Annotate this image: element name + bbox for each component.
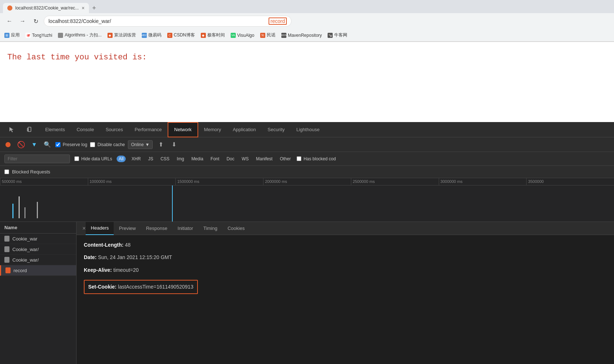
clear-icon: 🚫 [17,141,25,149]
has-blocked-checkbox[interactable]: Has blocked cod [297,156,336,161]
refresh-button[interactable]: ↻ [31,16,41,26]
bookmark-training[interactable]: ◆ 算法训练营 [107,32,136,38]
online-select[interactable]: Online ▼ [128,140,153,149]
download-button[interactable]: ⬇ [169,140,179,150]
file-name-4: record [13,268,27,273]
filter-button[interactable]: ▼ [29,140,39,150]
record-button[interactable] [3,140,13,150]
new-tab-button[interactable]: + [89,3,99,13]
timeline-bar-1 [12,204,13,218]
filter-doc[interactable]: Doc [225,156,236,162]
blocked-requests-bar: Blocked Requests [0,166,614,178]
forward-button[interactable]: → [17,16,28,26]
tab-lighthouse-label: Lighthouse [296,127,320,132]
preserve-log-checkbox[interactable]: Preserve log [55,142,87,147]
bookmark-csdn[interactable]: C CSDN博客 [167,32,195,38]
back-button[interactable]: ← [4,16,15,26]
tab-security[interactable]: Security [262,122,290,137]
preserve-log-label: Preserve log [63,142,87,147]
devtools-tab-bar: Elements Console Sources Performance Net… [0,122,614,137]
preserve-log-input[interactable] [55,142,60,147]
clear-button[interactable]: 🚫 [16,140,26,150]
tab-title: localhost:8322/Cookie_war/rec... [15,5,79,11]
file-name-3: Cookie_war/ [12,257,39,263]
file-item-cookie-war-slash-2[interactable]: Cookie_war/ [0,255,76,265]
blocked-requests-checkbox[interactable] [4,169,9,174]
devtools-toolbar: 🚫 ▼ 🔍 Preserve log Disable cache Online … [0,137,614,152]
file-item-record[interactable]: record [0,265,76,276]
bookmark-maven[interactable]: MVN MavenRepository [281,33,322,38]
upload-button[interactable]: ⬆ [156,140,166,150]
detail-tab-preview[interactable]: Preview [114,222,141,235]
bookmark-mec-label: 微易码 [148,32,161,38]
tab-network[interactable]: Network [168,122,198,137]
filter-css[interactable]: CSS [159,156,171,162]
url-highlight: record [269,17,287,25]
bookmark-tongyuzhi-label: TongYuzhi [32,33,52,38]
disable-cache-input[interactable] [90,142,95,147]
detail-tab-response[interactable]: Response [141,222,173,235]
maven-icon: MVN [281,33,286,38]
devtools-panel: Elements Console Sources Performance Net… [0,122,614,364]
page-text: The last time you visited is: [7,53,147,62]
devtools-cursor-tool[interactable] [3,122,21,137]
tab-sources[interactable]: Sources [100,122,129,137]
detail-tab-initiator[interactable]: Initiator [172,222,198,235]
filter-xhr[interactable]: XHR [130,156,142,162]
bookmark-mec[interactable]: MEC 微易码 [142,32,161,38]
timeline-label-2m: 2000000 ms [263,178,351,185]
page-content: The last time you visited is: [0,42,614,122]
tab-memory[interactable]: Memory [198,122,227,137]
bookmark-apps[interactable]: ⊞ 应用 [4,32,20,38]
tab-close-button[interactable]: × [82,5,85,11]
filter-all-button[interactable]: All [117,156,126,162]
bookmark-geek-label: 极客时间 [207,32,225,38]
filter-img[interactable]: Img [175,156,185,162]
hide-data-urls-checkbox[interactable]: Hide data URLs [74,156,112,161]
bookmark-tongyuzhi[interactable]: 🐙 TongYuzhi [26,33,52,38]
tab-performance[interactable]: Performance [129,122,168,137]
tab-elements[interactable]: Elements [39,122,71,137]
filter-font[interactable]: Font [209,156,221,162]
disable-cache-checkbox[interactable]: Disable cache [90,142,125,147]
has-blocked-input[interactable] [297,156,301,161]
bookmark-geek[interactable]: ◆ 极客时间 [201,32,225,38]
timeline-bar-2 [19,196,20,218]
active-tab[interactable]: localhost:8322/Cookie_war/rec... × [3,3,89,13]
bookmark-visalgo-label: VisuAlgo [237,33,254,38]
filter-input[interactable] [4,154,70,163]
bookmark-folk[interactable]: 知 民谣 [260,32,275,38]
detail-tabs: × Headers Preview Response Initiator Tim… [77,222,614,235]
file-item-cookie-war[interactable]: Cookie_war [0,234,76,244]
devtools-device-tool[interactable] [21,122,39,137]
tab-application[interactable]: Application [227,122,262,137]
filter-ws[interactable]: WS [240,156,250,162]
close-detail-button[interactable]: × [82,225,86,232]
detail-tab-timing[interactable]: Timing [198,222,223,235]
date-value: Sun, 24 Jan 2021 12:15:20 GMT [98,254,172,260]
filter-manifest[interactable]: Manifest [255,156,274,162]
address-bar-row: ← → ↻ localhost:8322/Cookie_war/record [0,13,614,29]
filter-js[interactable]: JS [146,156,155,162]
filter-other[interactable]: Other [278,156,292,162]
tab-sources-label: Sources [106,127,123,132]
tab-lighthouse[interactable]: Lighthouse [290,122,325,137]
hide-data-urls-input[interactable] [74,156,79,161]
bookmark-nowcoder[interactable]: 🐄 牛客网 [328,32,347,38]
detail-tab-cookies[interactable]: Cookies [222,222,250,235]
timeline-label-2500k: 2500000 ms [351,178,439,185]
search-button[interactable]: 🔍 [42,140,52,150]
tab-network-label: Network [174,127,192,132]
detail-tab-cookies-label: Cookies [227,226,245,231]
address-bar[interactable]: localhost:8322/Cookie_war/record [44,16,292,27]
bookmark-csdn-label: CSDN博客 [174,32,195,38]
timeline-cursor-line [172,185,173,222]
detail-tab-headers[interactable]: Headers [86,222,114,235]
tab-console[interactable]: Console [71,122,100,137]
timeline-area: 500000 ms 1000000 ms 1500000 ms 2000000 … [0,178,614,222]
bookmark-algorithms-label: Algorithms - 力扣... [64,32,101,38]
bookmark-visalgo[interactable]: VA VisuAlgo [231,33,254,38]
filter-media[interactable]: Media [190,156,205,162]
file-item-cookie-war-slash-1[interactable]: Cookie_war/ [0,244,76,255]
bookmark-algorithms[interactable]: Algorithms - 力扣... [58,32,101,38]
